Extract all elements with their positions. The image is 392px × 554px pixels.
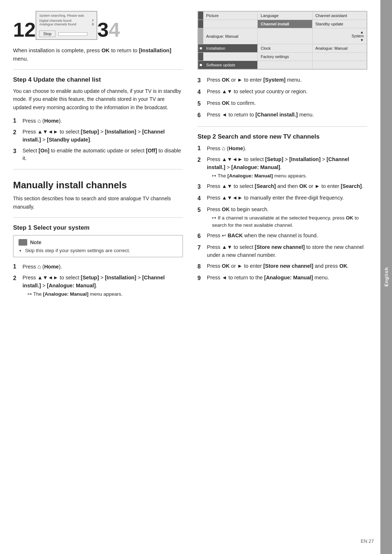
- digital-count: 7: [92, 19, 94, 22]
- menu-cell-empty2: [203, 53, 258, 61]
- digital-label: Digital channels found: [39, 19, 72, 22]
- note-icon: [19, 239, 27, 246]
- step-number-3: 3: [97, 20, 109, 40]
- list-item: 8 Press OK or ► to enter [Store new chan…: [197, 262, 367, 271]
- menu-cell-empty4: [258, 61, 312, 69]
- menu-row: Factory settings: [198, 53, 367, 61]
- list-item: 3 Press ▲▼ to select [Search] and then O…: [197, 182, 367, 191]
- step2-heading: Step 2 Search and store new TV channels: [197, 133, 367, 140]
- menu-row: ■ Software update: [198, 61, 367, 69]
- system-steps-list: 3 Press OK or ► to enter [System] menu. …: [197, 76, 367, 120]
- menu-row: Channel install Standby update: [198, 20, 367, 28]
- menu-cell-installation: Installation: [203, 44, 258, 52]
- list-item: 9 Press ◄ to return to the [Analogue: Ma…: [197, 274, 367, 283]
- divider-3: [13, 217, 183, 218]
- note-list: Skip this step if your system settings a…: [19, 248, 177, 253]
- list-item: 1 Press ⌂ (Home).: [13, 262, 183, 271]
- divider-1: [13, 69, 183, 70]
- menu-indicator-arrow: [198, 28, 203, 44]
- sidebar-english-tab: English: [380, 0, 392, 554]
- step-number-4: 4: [109, 20, 120, 40]
- menu-indicator: [198, 20, 203, 28]
- step1-list: 1 Press ⌂ (Home). 2 Press ▲▼◄► to select…: [13, 262, 183, 298]
- list-item: 5 Press OK to confirm.: [197, 99, 367, 108]
- step4-list: 1 Press ⌂ (Home). 2 Press ▲▼◄► to select…: [13, 116, 183, 163]
- menu-cell-empty: [203, 20, 258, 28]
- step1-section: Step 1 Select your system Note Skip this…: [13, 224, 183, 298]
- menu-indicator-arrow: ■: [198, 61, 203, 69]
- step2-section: Step 2 Search and store new TV channels …: [197, 133, 367, 283]
- menu-diagram: Picture Language Channel assistant Chann…: [197, 11, 367, 70]
- list-item: 4 Press ▲▼ to select your country or reg…: [197, 88, 367, 97]
- menu-cell-picture: Picture: [203, 12, 258, 20]
- step-number-1: 1: [13, 20, 24, 40]
- menu-cell-factory-settings: Factory settings: [258, 53, 312, 61]
- arrow-note-2: The [Analogue: Manual] menu appears.: [207, 172, 367, 180]
- analogue-count: 0: [92, 22, 94, 26]
- list-item: 2 Press ▲▼◄► to select [Setup] > [Instal…: [197, 156, 367, 180]
- step3-instruction: When installation is complete, press OK …: [13, 46, 183, 63]
- menu-cell-empty5: [313, 61, 367, 69]
- menu-cell-channel-install: Channel install: [258, 20, 312, 28]
- tv-screen: System searching. Please wait. Digital c…: [36, 11, 97, 40]
- divider-right-1: [197, 126, 367, 127]
- list-item: 2 Press ▲▼◄► to select [Setup] > [Instal…: [13, 128, 183, 144]
- menu-cell-channel-assistant: Channel assistant: [313, 12, 367, 20]
- tv-diagram: 1 2 System searching. Please wait.: [13, 11, 183, 40]
- menu-cell-language: Language: [258, 12, 312, 20]
- menu-cell-software-update: Software update: [203, 61, 258, 69]
- note-box: Note Skip this step if your system setti…: [13, 235, 183, 257]
- menu-cell-blank: [258, 28, 312, 44]
- step1-heading: Step 1 Select your system: [13, 224, 183, 231]
- step-number-2: 2: [24, 20, 36, 40]
- main-title: Manually install channels: [13, 180, 183, 191]
- step4-body: You can choose to enable auto update of …: [13, 87, 183, 111]
- list-item: 2 Press ▲▼◄► to select [Setup] > [Instal…: [13, 274, 183, 298]
- menu-indicator: [198, 12, 203, 20]
- step4-section: Step 4 Update the channel list You can c…: [13, 76, 183, 163]
- list-item: 3 Press OK or ► to enter [System] menu.: [197, 76, 367, 85]
- list-item: 3 Select [On] to enable the automatic up…: [13, 147, 183, 163]
- searching-text: System searching. Please wait.: [39, 14, 94, 17]
- arrow-note-3: If a channel is unavailable at the selec…: [207, 214, 367, 229]
- main-body: This section describes how to search and…: [13, 194, 183, 211]
- arrow-note: The [Analogue: Manual] menu appears.: [23, 291, 183, 298]
- list-item: 6 Press ↩ BACK when the new channel is f…: [197, 232, 367, 241]
- progress-bar: [58, 32, 87, 36]
- menu-cell-analogue-manual: Analogue: Manual: [203, 28, 258, 44]
- menu-indicator: [198, 53, 203, 61]
- menu-cell-analogue-manual-2: Analogue: Manual: [313, 44, 367, 52]
- analogue-label: Analogue channels found: [39, 22, 76, 26]
- menu-row: ■ Installation Clock Analogue: Manual: [198, 44, 367, 53]
- list-item: 1 Press ⌂ (Home).: [197, 144, 367, 153]
- list-item: 4 Press ▲▼◄► to manually enter the three…: [197, 194, 367, 203]
- note-label: Note: [30, 239, 41, 245]
- list-item: 1 Press ⌂ (Home).: [13, 116, 183, 125]
- menu-cell-clock: Clock: [258, 44, 312, 52]
- list-item: 7 Press ▲▼ to select [Store new channel]…: [197, 243, 367, 259]
- menu-cell-standby-update: Standby update: [313, 20, 367, 28]
- page-number: EN 27: [361, 538, 374, 544]
- list-item: 6 Press ◄ to return to [Channel install.…: [197, 111, 367, 120]
- menu-row: Picture Language Channel assistant: [198, 12, 367, 20]
- menu-cell-empty3: [313, 53, 367, 61]
- menu-indicator-arrow: ■: [198, 44, 203, 52]
- menu-row: Analogue: Manual ▲ System ▼: [198, 28, 367, 44]
- menu-cell-system: ▲ System ▼: [313, 28, 367, 44]
- list-item: 5 Press OK to begin search. If a channel…: [197, 206, 367, 229]
- step4-heading: Step 4 Update the channel list: [13, 76, 183, 83]
- step2-list: 1 Press ⌂ (Home). 2 Press ▲▼◄► to select…: [197, 144, 367, 283]
- divider-2: [13, 169, 183, 169]
- stop-button[interactable]: Stop: [39, 30, 56, 37]
- note-item: Skip this step if your system settings a…: [25, 248, 177, 253]
